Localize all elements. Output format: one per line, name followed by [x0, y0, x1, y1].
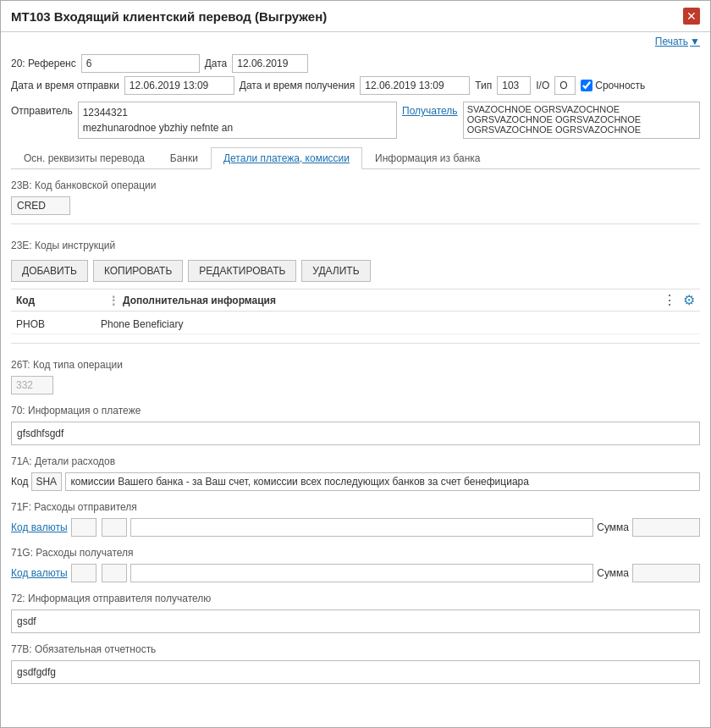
row-info: Phone Beneficiary [101, 318, 695, 330]
section-23b-label: 23В: Код банковской операции [11, 179, 700, 191]
section-71g-label: 71G: Расходы получателя [11, 547, 700, 559]
dots-icon[interactable]: ⋮ [663, 292, 676, 308]
urgent-row: Срочность [581, 80, 645, 91]
io-label: I/O [536, 80, 549, 91]
action-buttons: ДОБАВИТЬ КОПИРОВАТЬ РЕДАКТИРОВАТЬ УДАЛИТ… [11, 260, 700, 282]
currency-box1-71g[interactable] [71, 564, 96, 582]
ref-label: 20: Референс [11, 58, 76, 69]
section-71f-label: 71F: Расходы отправителя [11, 501, 700, 513]
expense-row-71f: Код валюты Сумма [11, 518, 700, 537]
datetime-row: Дата и время отправки Дата и время получ… [11, 76, 700, 95]
tab-details[interactable]: Детали платежа, комиссии [211, 147, 362, 169]
tab-banks[interactable]: Банки [157, 147, 211, 168]
section-72-label: 72: Информация отправителя получателю [11, 593, 700, 604]
col-info-header: ⋮ Дополнительная информация [107, 294, 656, 307]
section-71a-label: 71А: Детали расходов [11, 455, 700, 467]
amount-text-71f[interactable] [130, 518, 594, 537]
table-header: Код ⋮ Дополнительная информация ⋮ ⚙ [11, 289, 700, 312]
sum-label-71g: Сумма [597, 567, 629, 579]
expense-row-71a: Код [11, 472, 700, 491]
table-row: PHOB Phone Beneficiary [11, 315, 700, 334]
tab-bankinfo[interactable]: Информация из банка [362, 147, 493, 168]
ref-date-row: 20: Референс Дата [11, 54, 700, 73]
io-input[interactable] [554, 76, 576, 95]
sum-input-71g[interactable] [632, 564, 700, 582]
sum-input-71f[interactable] [632, 518, 700, 537]
section-70-label: 70: Информация о платеже [11, 405, 700, 416]
date-label: Дата [205, 58, 228, 69]
copy-button[interactable]: КОПИРОВАТЬ [93, 260, 183, 282]
edit-button[interactable]: РЕДАКТИРОВАТЬ [188, 260, 296, 282]
print-area: Печать ▼ [1, 32, 710, 47]
urgent-label: Срочность [595, 80, 645, 91]
sum-label-71f: Сумма [597, 521, 629, 533]
input-77b[interactable] [11, 660, 700, 684]
tabs-bar: Осн. реквизиты перевода Банки Детали пла… [11, 147, 700, 169]
add-button[interactable]: ДОБАВИТЬ [11, 260, 88, 282]
input-72[interactable] [11, 609, 700, 633]
main-window: МТ103 Входящий клиентский перевод (Выгру… [0, 0, 711, 728]
recv-input[interactable] [360, 76, 470, 95]
window-title: МТ103 Входящий клиентский перевод (Выгру… [11, 9, 327, 24]
send-input[interactable] [124, 76, 234, 95]
section-26t-label: 26T: Код типа операции [11, 359, 700, 371]
send-label: Дата и время отправки [11, 80, 119, 91]
divider-2 [11, 343, 700, 344]
sha-input[interactable] [31, 472, 62, 491]
section-23e-label: 23Е: Коды инструкций [11, 240, 700, 251]
sender-block: Отправитель 12344321 mezhunarodnoe ybzhi… [11, 102, 700, 139]
sender-box: 12344321 mezhunarodnoe ybzhiy nefnte an [78, 102, 397, 139]
sender-label: Отправитель [11, 105, 73, 117]
divider-1 [11, 223, 700, 224]
title-bar: МТ103 Входящий клиентский перевод (Выгру… [1, 1, 710, 32]
drag-handle-icon: ⋮ [107, 294, 119, 307]
amount-text-71g[interactable] [130, 564, 594, 582]
tab-main[interactable]: Осн. реквизиты перевода [11, 147, 157, 168]
recv-label: Дата и время получения [240, 80, 355, 91]
currency-link-71g[interactable]: Код валюты [11, 567, 68, 579]
urgent-checkbox[interactable] [581, 80, 592, 91]
delete-button[interactable]: УДАЛИТЬ [301, 260, 370, 282]
cred-value: CRED [11, 196, 70, 215]
row-code: PHOB [16, 318, 101, 330]
currency-box1-71f[interactable] [71, 518, 96, 537]
ref-input[interactable] [81, 54, 200, 73]
expense-text-input[interactable] [65, 472, 700, 491]
code-label-71a: Код [11, 476, 28, 488]
currency-link-71f[interactable]: Код валюты [11, 521, 68, 533]
type-input[interactable] [497, 76, 531, 95]
code-26t-input[interactable] [11, 376, 53, 394]
section-77b-label: 77В: Обязательная отчетность [11, 643, 700, 655]
expense-row-71g: Код валюты Сумма [11, 564, 700, 582]
receiver-label[interactable]: Получатель [402, 105, 458, 117]
input-70[interactable] [11, 422, 700, 445]
currency-box2-71f[interactable] [102, 518, 127, 537]
close-button[interactable]: ✕ [683, 8, 700, 25]
type-label: Тип [475, 80, 492, 91]
content-area: 20: Референс Дата Дата и время отправки … [1, 47, 710, 727]
col-actions: ⋮ ⚙ [663, 292, 695, 308]
currency-box2-71g[interactable] [102, 564, 127, 582]
receiver-text: SVAZOCHNOE OGRSVAZOCHNOE OGRSVAZOCHNOE O… [464, 102, 699, 136]
gear-icon[interactable]: ⚙ [683, 292, 695, 308]
receiver-box[interactable]: SVAZOCHNOE OGRSVAZOCHNOE OGRSVAZOCHNOE O… [463, 102, 700, 139]
date-input[interactable] [232, 54, 308, 73]
print-link[interactable]: Печать ▼ [655, 36, 700, 47]
col-code-header: Код [16, 295, 101, 306]
